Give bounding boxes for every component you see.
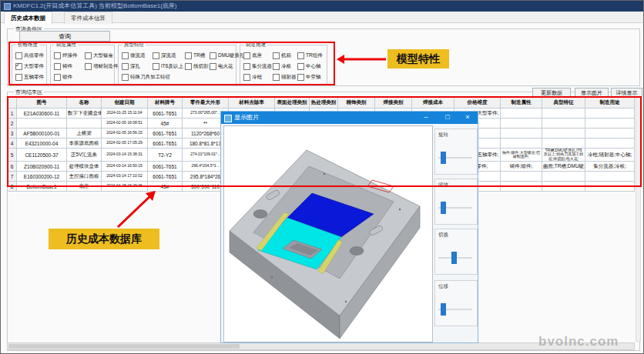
minimize-icon[interactable]: –: [418, 112, 434, 124]
column-header[interactable]: 零件最大外形: [183, 98, 229, 109]
checkbox-焊接件[interactable]: 焊接件: [54, 52, 85, 59]
unchecked-checkbox-icon[interactable]: [153, 52, 159, 59]
query-button[interactable]: 查询: [19, 31, 110, 42]
column-header[interactable]: 制造属性: [501, 98, 542, 109]
checkbox-label: 焊接件: [62, 52, 78, 59]
close-icon[interactable]: ×: [459, 112, 476, 124]
slider-label: 位移: [438, 283, 448, 290]
slider-track[interactable]: [438, 309, 472, 310]
unchecked-checkbox-icon[interactable]: [85, 63, 92, 70]
unchecked-checkbox-icon[interactable]: [185, 52, 192, 59]
checkbox-TR组件[interactable]: TR组件: [297, 52, 324, 59]
column-header[interactable]: 材料去除率: [229, 98, 275, 109]
slider-thumb[interactable]: [441, 152, 446, 164]
checkbox-机箱[interactable]: 机箱: [273, 52, 297, 59]
checkbox-中空轴[interactable]: 中空轴: [297, 74, 324, 81]
checkbox-铸件[interactable]: 铸件: [54, 63, 85, 70]
maximize-icon[interactable]: □: [439, 112, 456, 124]
slider-track[interactable]: [438, 207, 472, 209]
checkbox-大型零件[interactable]: 大型零件: [15, 63, 45, 70]
slider-thumb[interactable]: [441, 202, 446, 214]
unchecked-checkbox-icon[interactable]: [122, 63, 129, 70]
unchecked-checkbox-icon[interactable]: [297, 63, 304, 70]
checkbox-辐射器[interactable]: 辐射器: [273, 74, 297, 81]
column-header[interactable]: 图号: [17, 98, 67, 109]
column-header[interactable]: 精饰类别: [338, 98, 375, 109]
unchecked-checkbox-icon[interactable]: [122, 74, 129, 81]
checkbox-label: 冷板: [281, 63, 291, 70]
checkbox-线切割[interactable]: 线切割: [185, 63, 210, 70]
unchecked-checkbox-icon[interactable]: [15, 52, 22, 59]
slider-track[interactable]: [438, 157, 472, 159]
checkbox-TR槽[interactable]: TR槽: [185, 52, 210, 59]
checkbox-冷框[interactable]: 冷框: [243, 74, 273, 81]
unchecked-checkbox-icon[interactable]: [210, 63, 216, 70]
unchecked-checkbox-icon[interactable]: [297, 74, 304, 81]
checkbox-五轴零件[interactable]: 五轴零件: [15, 74, 45, 81]
table-cell: E160300200-12: [17, 172, 67, 182]
unchecked-checkbox-icon[interactable]: [243, 63, 250, 70]
checkbox-底座[interactable]: 底座: [243, 52, 273, 59]
checked-checkbox-icon[interactable]: [15, 63, 22, 70]
column-header[interactable]: 焊接成本: [412, 98, 454, 109]
checkbox-增材制造件[interactable]: 增材制造件: [85, 63, 116, 70]
checkbox-集分流器[interactable]: 集分流器: [243, 63, 273, 70]
checkbox-DMU硬质孔[interactable]: DMU硬质孔: [210, 52, 237, 59]
table-cell: 2024-03-14 16:50:15: [102, 162, 148, 172]
column-header[interactable]: 材料牌号: [148, 98, 183, 109]
unchecked-checkbox-icon[interactable]: [210, 52, 216, 59]
unchecked-checkbox-icon[interactable]: [273, 52, 280, 59]
checkbox-label: 冷框: [252, 74, 262, 81]
tab-part-cost-estimate[interactable]: 零件成本估算: [64, 12, 112, 24]
checkbox-深流道[interactable]: 深流道: [153, 52, 185, 59]
column-header[interactable]: 创建日期: [102, 98, 148, 109]
column-header[interactable]: 焊接类别: [375, 98, 412, 109]
tab-history-cost-data[interactable]: 历史成本数据: [4, 12, 52, 24]
slider-track[interactable]: [438, 257, 472, 259]
column-header[interactable]: 表面处理类别: [275, 98, 310, 109]
column-header[interactable]: 价格维度: [454, 98, 501, 109]
horizontal-scrollbar[interactable]: [7, 342, 635, 350]
unchecked-checkbox-icon[interactable]: [185, 63, 192, 70]
unchecked-checkbox-icon[interactable]: [15, 74, 22, 81]
column-header[interactable]: 热处理类别: [310, 98, 338, 109]
checkbox-冷板[interactable]: 冷板: [273, 63, 297, 70]
checkbox-高值零件[interactable]: 高值零件: [15, 52, 45, 59]
unchecked-checkbox-icon[interactable]: [273, 63, 280, 70]
unchecked-checkbox-icon[interactable]: [54, 52, 61, 59]
horizontal-scrollbar-thumb[interactable]: [8, 344, 240, 349]
checkbox-锻件[interactable]: 锻件: [54, 74, 85, 81]
slider-group-1: 缩放: [434, 179, 478, 225]
column-header[interactable]: 制造用途: [585, 98, 635, 109]
popup-title-bar[interactable]: 显示图片 – □ ×: [221, 112, 478, 124]
unchecked-checkbox-icon[interactable]: [273, 74, 280, 81]
unchecked-checkbox-icon[interactable]: [297, 52, 304, 59]
checkbox-中心轴[interactable]: 中心轴: [297, 63, 324, 70]
unchecked-checkbox-icon[interactable]: [85, 52, 92, 59]
unchecked-checkbox-icon[interactable]: [122, 52, 129, 59]
annotation-label-model-features: 模型特性: [387, 49, 449, 68]
checkbox-微流道[interactable]: 微流道: [122, 52, 153, 59]
checkbox-label: 深孔: [130, 63, 140, 70]
unchecked-checkbox-icon[interactable]: [153, 63, 159, 70]
show-image-button[interactable]: 显示图片: [575, 88, 609, 97]
vertical-scrollbar[interactable]: [636, 97, 641, 342]
table-cell: 2024-01-25 15:11:04: [102, 109, 148, 119]
checkbox-特殊刀具加工特征[interactable]: 特殊刀具加工特征: [122, 74, 237, 81]
update-data-button[interactable]: 更新数据: [532, 88, 571, 97]
checkbox-大型钣金[interactable]: 大型钣金: [85, 52, 116, 59]
table-cell: [501, 139, 542, 149]
detail-display-button[interactable]: 详情显示: [611, 88, 642, 97]
slider-thumb[interactable]: [441, 303, 446, 316]
unchecked-checkbox-icon[interactable]: [243, 74, 250, 81]
unchecked-checkbox-icon[interactable]: [243, 52, 250, 59]
unchecked-checkbox-icon[interactable]: [54, 63, 61, 70]
column-header[interactable]: 名称: [67, 98, 102, 109]
table-cell: 2024-03-14 15:38:31: [102, 149, 148, 162]
checkbox-电火花[interactable]: 电火花: [210, 63, 237, 70]
unchecked-checkbox-icon[interactable]: [54, 74, 61, 81]
checkbox-深孔[interactable]: 深孔: [122, 63, 153, 70]
checkbox-IT6及以上[interactable]: IT6及以上: [153, 63, 185, 70]
column-header[interactable]: 典型特征: [542, 98, 585, 109]
slider-thumb[interactable]: [451, 252, 457, 264]
